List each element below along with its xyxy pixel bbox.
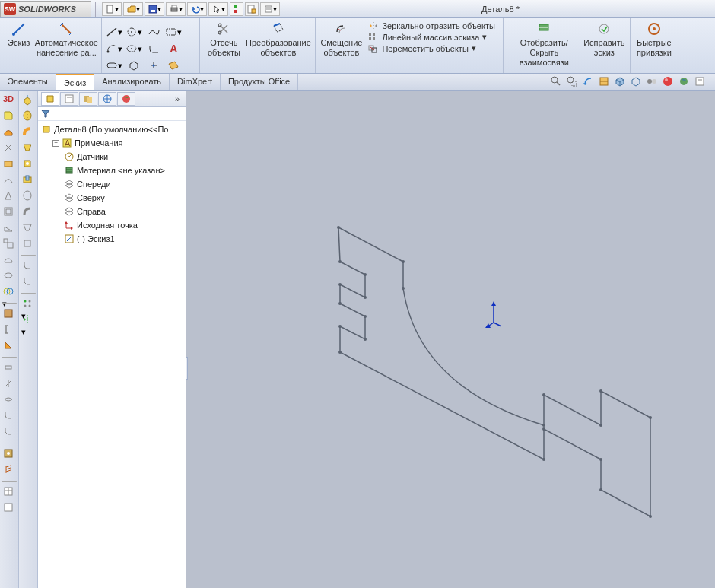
undo-button[interactable]: ▾ <box>187 2 207 16</box>
mirror-button[interactable]: Зеркально отразить объекты <box>368 21 494 30</box>
fillet-tool[interactable] <box>145 41 163 56</box>
cut-loft-icon[interactable] <box>21 221 35 235</box>
tab-office[interactable]: Продукты Office <box>221 74 298 90</box>
mirror2-icon[interactable]: ▾ <box>21 313 35 327</box>
display-manager-tab[interactable] <box>117 92 135 106</box>
fillet3-icon[interactable] <box>21 259 35 273</box>
table1-icon[interactable] <box>2 485 16 499</box>
tree-sensors[interactable]: Датчики <box>38 150 186 164</box>
surface-icon[interactable] <box>2 126 16 139</box>
hole-icon[interactable] <box>2 447 16 461</box>
spline-tool[interactable] <box>145 24 163 40</box>
property-manager-tab[interactable] <box>60 92 78 106</box>
config-manager-tab[interactable] <box>79 92 97 106</box>
section-view-icon[interactable] <box>598 75 612 89</box>
tree-flyout-button[interactable]: » <box>175 94 183 103</box>
cut-extrude-icon[interactable] <box>21 173 35 187</box>
tree-material[interactable]: Материал <не указан> <box>38 164 186 177</box>
rebuild-button[interactable] <box>230 2 243 16</box>
revolve-icon[interactable] <box>21 110 35 123</box>
3d-icon[interactable]: 3D <box>2 94 16 107</box>
bead-icon[interactable] <box>2 393 16 407</box>
linear-pattern-button[interactable]: Линейный массив эскиза ▾ <box>368 32 494 42</box>
slot-tool[interactable]: ▾ <box>105 58 123 73</box>
display-relations-button[interactable]: Отобразить/Скрыть взаимосвязи <box>508 20 580 70</box>
repair-sketch-button[interactable]: Исправить эскиз <box>583 20 625 59</box>
tree-sketch1[interactable]: (-) Эскиз1 <box>38 232 186 246</box>
tree-origin[interactable]: Исходная точка <box>38 218 186 232</box>
display-style-icon[interactable]: ▾ <box>630 75 644 89</box>
shell-icon[interactable] <box>2 205 16 219</box>
loft-icon[interactable] <box>21 141 35 155</box>
scale-icon[interactable] <box>2 237 16 251</box>
tab-elements[interactable]: Элементы <box>0 74 56 90</box>
dimxpert-manager-tab[interactable] <box>98 92 116 106</box>
line-tool[interactable]: ▾ <box>105 24 123 40</box>
trim-button[interactable]: Отсечь объекты <box>205 20 243 59</box>
arc-tool[interactable]: ▾ <box>105 41 123 56</box>
tree-filter[interactable] <box>38 107 186 121</box>
view-settings-icon[interactable]: ▾ <box>694 75 707 89</box>
options-button[interactable] <box>245 2 259 16</box>
tree-right-plane[interactable]: Справа <box>38 205 186 218</box>
open-button[interactable]: ▾ <box>123 2 143 16</box>
polygon-tool[interactable] <box>125 58 143 73</box>
convert-button[interactable]: Преобразование объектов <box>246 20 310 59</box>
auto-dimension-button[interactable]: Автоматическое нанесение ра... <box>36 20 97 59</box>
quick-snaps-button[interactable]: Быстрые привязки <box>635 20 673 59</box>
cut-boundary-icon[interactable] <box>21 237 35 251</box>
dome-icon[interactable] <box>2 253 16 267</box>
scene-icon[interactable]: ▾ <box>678 75 691 89</box>
tab-sketch[interactable]: Эскиз <box>56 74 94 90</box>
plane-tool[interactable] <box>164 58 183 73</box>
cut-sweep-icon[interactable] <box>21 205 35 219</box>
view-orientation-icon[interactable]: ▾ <box>614 75 628 89</box>
gusset-icon[interactable] <box>2 339 16 353</box>
tree-root[interactable]: Деталь8 (По умолчанию<<По <box>38 122 186 136</box>
offset-button[interactable]: Смещение объектов <box>320 20 362 59</box>
cut-revolve-icon[interactable] <box>21 189 35 203</box>
text-tool[interactable]: A <box>164 41 183 56</box>
expand-icon[interactable]: + <box>52 140 59 147</box>
extrude-icon[interactable] <box>21 94 35 107</box>
point-tool[interactable] <box>145 58 163 73</box>
tab-dimxpert[interactable]: DimXpert <box>170 74 221 90</box>
draft-icon[interactable] <box>2 189 16 203</box>
block-icon[interactable] <box>2 157 16 171</box>
feature-manager-tab[interactable] <box>41 92 59 106</box>
zoom-fit-icon[interactable] <box>550 75 564 89</box>
fillet2-icon[interactable] <box>2 409 16 423</box>
chamfer2-icon[interactable] <box>21 275 35 289</box>
new-button[interactable]: ▾ <box>102 2 122 16</box>
properties-button[interactable]: ▾ <box>260 2 280 16</box>
select-button[interactable]: ▾ <box>208 2 228 16</box>
wrap-icon[interactable] <box>2 269 16 283</box>
sweep-icon[interactable] <box>21 126 35 139</box>
pattern-icon[interactable]: ▾ <box>21 297 35 311</box>
weldment-icon[interactable] <box>2 307 16 321</box>
intersect-icon[interactable]: ▾ <box>2 285 16 299</box>
reference-icon[interactable] <box>2 141 16 155</box>
previous-view-icon[interactable] <box>582 75 596 89</box>
save-button[interactable]: ▾ <box>145 2 164 16</box>
structural-icon[interactable] <box>2 323 16 337</box>
print-button[interactable]: ▾ <box>166 2 186 16</box>
zoom-area-icon[interactable] <box>566 75 580 89</box>
appearance-icon[interactable]: ▾ <box>662 75 675 89</box>
rectangle-tool[interactable]: ▾ <box>164 24 183 40</box>
move-button[interactable]: Переместить объекты ▾ <box>368 43 494 53</box>
tree-top-plane[interactable]: Сверху <box>38 191 186 205</box>
chamfer-icon[interactable] <box>2 425 16 439</box>
thread-icon[interactable] <box>2 463 16 477</box>
boundary-icon[interactable] <box>21 157 35 171</box>
tab-evaluate[interactable]: Анализировать <box>94 74 170 90</box>
curve-icon[interactable] <box>2 173 16 187</box>
sketch-button[interactable]: Эскиз <box>5 20 33 49</box>
sheet-icon[interactable] <box>2 110 16 123</box>
circle-tool[interactable]: ▾ <box>125 24 143 40</box>
graphics-viewport[interactable]: ◂◂◂ <box>186 91 715 588</box>
hide-show-icon[interactable]: ▾ <box>646 75 659 89</box>
trim2-icon[interactable] <box>2 377 16 391</box>
rib-icon[interactable] <box>2 221 16 235</box>
table2-icon[interactable] <box>2 501 16 515</box>
